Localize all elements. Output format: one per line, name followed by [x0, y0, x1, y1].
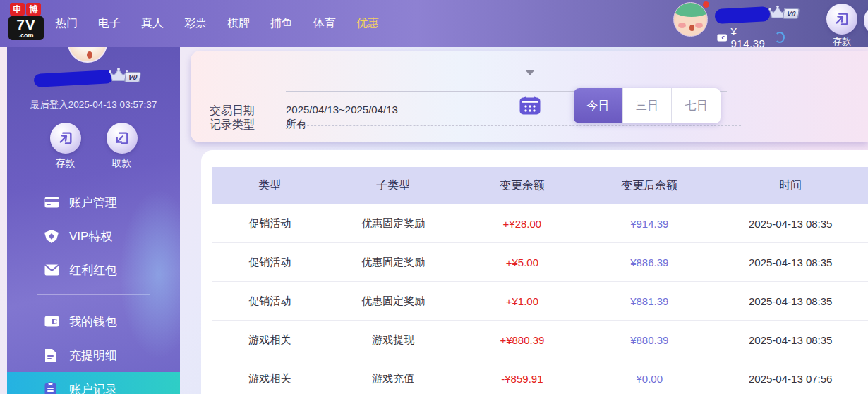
logo-main: 7V .com	[8, 16, 44, 40]
col-header-change: 变更余额	[459, 178, 586, 193]
cell-balance: ¥914.39	[586, 218, 713, 230]
cell-time: 2025-04-13 07:56	[713, 373, 867, 385]
sidebar-avatar[interactable]	[68, 47, 107, 63]
chevron-down-icon[interactable]	[526, 70, 534, 75]
sidebar-item-account-records[interactable]: 账户记录	[7, 372, 180, 394]
col-header-type: 类型	[212, 178, 328, 193]
avatar[interactable]	[673, 2, 708, 37]
cell-balance: ¥886.39	[586, 257, 713, 269]
cell-change: +¥1.00	[459, 295, 586, 307]
deposit-icon	[834, 11, 850, 27]
cell-time: 2025-04-13 08:35	[713, 295, 867, 307]
cell-time: 2025-04-13 08:35	[713, 257, 867, 269]
withdraw-icon	[114, 130, 130, 146]
quick-action-button-partial[interactable]	[864, 5, 868, 36]
col-header-subtype: 子类型	[328, 178, 459, 193]
main-nav: 热门 电子 真人 彩票 棋牌 捕鱼 体育 优惠	[55, 0, 379, 47]
date-range-field[interactable]: 2025/04/13~2025/04/13	[286, 104, 540, 116]
avatar-blush	[695, 23, 703, 28]
tab-today[interactable]: 今日	[574, 88, 623, 123]
date-range-tabs: 今日 三日 七日	[574, 88, 721, 123]
date-range-value: 2025/04/13~2025/04/13	[286, 104, 398, 116]
cell-change: +¥28.00	[459, 218, 586, 230]
tab-three-days[interactable]: 三日	[623, 88, 673, 123]
top-navbar: 申 博 7V .com 热门 电子 真人 彩票 棋牌 捕鱼 体育 优惠	[0, 0, 868, 47]
quick-deposit-label: 存款	[826, 35, 858, 48]
cell-change: +¥5.00	[459, 257, 586, 269]
vip-level-tag: V0	[124, 72, 141, 82]
site-logo[interactable]: 申 博 7V .com	[8, 3, 44, 40]
nav-item-lottery[interactable]: 彩票	[184, 16, 207, 31]
sidebar-username-redacted	[34, 70, 114, 87]
calendar-icon[interactable]	[519, 96, 541, 118]
cell-type: 促销活动	[212, 295, 328, 308]
menu-divider	[37, 294, 150, 295]
avatar-mouth	[689, 25, 694, 31]
deposit-button[interactable]: 存款	[44, 123, 88, 170]
sidebar-menu: 账户管理 VIP特权 红利红包 我的钱包 充提明细	[7, 185, 180, 394]
deposit-icon	[58, 130, 73, 146]
col-header-time: 时间	[713, 178, 867, 193]
nav-item-sports[interactable]: 体育	[313, 16, 336, 31]
refresh-balance-icon[interactable]	[775, 32, 785, 43]
vip-badge[interactable]: V0	[768, 5, 799, 20]
filter-panel: 记录类型 所有 交易日期 2025/04/13~2025/04/13 今日 三日…	[191, 51, 868, 142]
cell-time: 2025-04-13 08:35	[713, 334, 867, 346]
cell-type: 促销活动	[212, 217, 328, 230]
logo-suffix: .com	[8, 32, 44, 39]
nav-item-chess[interactable]: 棋牌	[227, 16, 250, 31]
wallet-icon	[717, 33, 727, 42]
vip-level-tag: V0	[783, 8, 800, 19]
cell-subtype: 游戏提现	[328, 333, 459, 347]
sidebar-item-deposit-withdraw-details[interactable]: 充提明细	[7, 338, 180, 372]
quick-deposit-button[interactable]: 存款	[826, 4, 858, 48]
withdraw-button[interactable]: 取款	[100, 123, 144, 170]
withdraw-label: 取款	[100, 157, 144, 170]
logo-text: 7V	[8, 17, 44, 32]
record-type-select[interactable]: 所有	[286, 118, 540, 131]
vip-shield-icon	[44, 229, 59, 244]
cell-balance: ¥880.39	[586, 334, 713, 346]
nav-item-slots[interactable]: 电子	[98, 16, 121, 31]
sidebar-item-label: 账户管理	[69, 195, 117, 211]
record-type-label: 记录类型	[210, 118, 255, 133]
sidebar-item-account-management[interactable]: 账户管理	[7, 185, 180, 219]
cell-change: +¥880.39	[459, 334, 586, 346]
cell-type: 促销活动	[212, 256, 328, 269]
sidebar-item-bonus-redpacket[interactable]: 红利红包	[7, 253, 180, 287]
cell-subtype: 优惠固定奖励	[328, 295, 459, 308]
table-row: 促销活动 优惠固定奖励 +¥1.00 ¥881.39 2025-04-13 08…	[212, 282, 868, 321]
records-card: 类型 子类型 变更余额 变更后余额 时间 促销活动 优惠固定奖励 +¥28.00…	[201, 150, 868, 394]
sidebar-item-label: 红利红包	[69, 262, 117, 278]
cell-balance: ¥0.00	[586, 373, 713, 385]
nav-item-promotions[interactable]: 优惠	[356, 16, 379, 31]
envelope-icon	[44, 263, 59, 278]
sidebar-vip-badge[interactable]: V0	[108, 67, 140, 83]
table-row: 游戏相关 游戏提现 +¥880.39 ¥880.39 2025-04-13 08…	[212, 321, 868, 359]
balance-amount: ¥ 914.39	[730, 25, 768, 49]
tab-seven-days[interactable]: 七日	[672, 88, 721, 123]
card-icon	[44, 195, 59, 210]
sidebar-item-label: 充提明细	[69, 347, 117, 364]
logo-badge-bo: 博	[26, 3, 41, 16]
clipboard-icon	[44, 382, 59, 394]
cell-type: 游戏相关	[212, 372, 328, 386]
deposit-label: 存款	[44, 157, 88, 170]
cell-change: -¥859.91	[459, 373, 586, 385]
table-row: 促销活动 优惠固定奖励 +¥28.00 ¥914.39 2025-04-13 0…	[212, 204, 868, 243]
sidebar-item-label: 我的钱包	[69, 314, 117, 330]
cell-type: 游戏相关	[212, 333, 328, 347]
cell-balance: ¥881.39	[586, 295, 713, 307]
date-range-label: 交易日期	[210, 104, 255, 118]
sidebar-actions: 存款 取款	[7, 123, 180, 170]
sidebar-item-my-wallet[interactable]: 我的钱包	[7, 304, 180, 338]
nav-item-live[interactable]: 真人	[141, 16, 164, 31]
nav-item-fishing[interactable]: 捕鱼	[270, 16, 293, 31]
last-login-text: 最后登入2025-04-13 03:57:37	[7, 99, 180, 111]
cell-subtype: 游戏充值	[328, 372, 459, 386]
avatar-mouth	[87, 51, 92, 59]
logo-badge-shen: 申	[10, 3, 25, 16]
sidebar-item-vip-privileges[interactable]: VIP特权	[7, 219, 180, 253]
nav-item-hot[interactable]: 热门	[55, 16, 78, 31]
balance-row: ¥ 914.39	[717, 25, 785, 49]
